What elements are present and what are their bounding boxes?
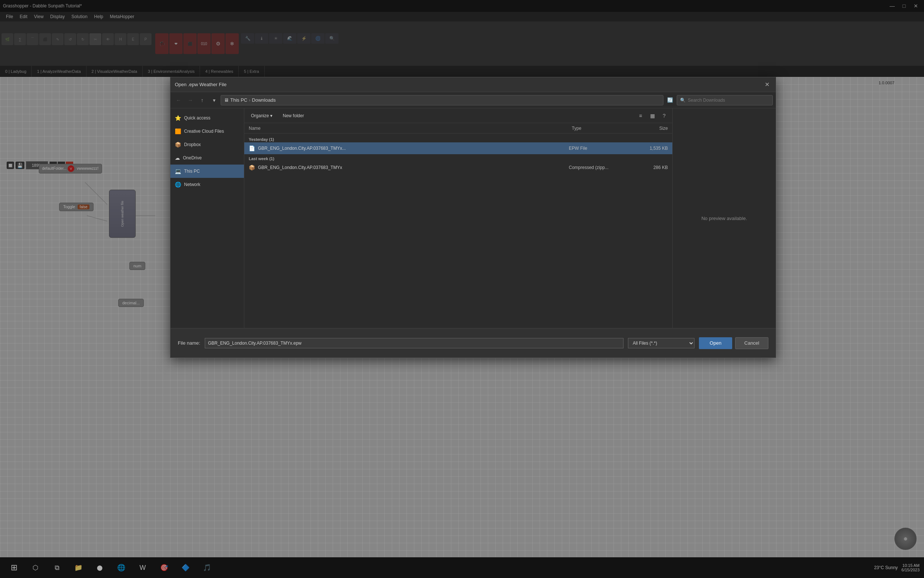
creative-cloud-icon: 🟧 (175, 128, 181, 134)
sidebar-item-dropbox[interactable]: 📦 Dropbox (170, 138, 244, 151)
section-yesterday: Yesterday (1) (244, 135, 672, 142)
file-list-area: Organize ▾ New folder ≡ ▦ ? Name Type Si… (244, 108, 672, 328)
preview-panel: No preview available. (672, 108, 776, 328)
col-header-size[interactable]: Size (631, 126, 668, 131)
no-preview-text: No preview available. (702, 216, 747, 221)
view-controls: ≡ ▦ ? (635, 110, 669, 121)
refresh-button[interactable]: 🔄 (665, 95, 675, 106)
col-header-name[interactable]: Name (249, 126, 572, 131)
dialog-body: ⭐ Quick access 🟧 Creative Cloud Files 📦 … (170, 108, 776, 328)
file-icon-epw: 📄 (249, 145, 255, 151)
sidebar-item-this-pc[interactable]: 💻 This PC (170, 164, 244, 178)
file-row[interactable]: 📄 GBR_ENG_London.City.AP.037683_TMYx... … (244, 142, 672, 154)
breadcrumb-separator: › (249, 97, 250, 103)
sidebar-item-network[interactable]: 🌐 Network (170, 178, 244, 191)
sidebar-label-quick-access: Quick access (184, 115, 210, 120)
breadcrumb-downloads[interactable]: Downloads (252, 97, 276, 103)
nav-forward-button[interactable]: → (185, 95, 196, 106)
dialog-bottombar: File name: All Files (*.*) Open Cancel (170, 328, 776, 357)
file-size-lastweek: 286 KB (631, 165, 668, 170)
sidebar-item-quick-access[interactable]: ⭐ Quick access (170, 111, 244, 125)
file-row[interactable]: 📦 GBR_ENG_London.City.AP.037683_TMYx Com… (244, 162, 672, 174)
breadcrumb-bar[interactable]: 🖥 This PC › Downloads (221, 95, 663, 106)
column-headers: Name Type Size (244, 123, 672, 133)
sidebar-item-creative-cloud[interactable]: 🟧 Creative Cloud Files (170, 125, 244, 138)
sidebar-label-network: Network (184, 182, 200, 187)
onedrive-icon: ☁ (175, 155, 180, 161)
file-type-yesterday: EPW File (569, 146, 628, 151)
filename-label: File name: (178, 340, 200, 346)
file-size-yesterday: 1,535 KB (631, 146, 668, 151)
dropbox-icon: 📦 (175, 142, 181, 148)
list-view-button[interactable]: ≡ (635, 110, 646, 121)
help-button[interactable]: ? (659, 110, 669, 121)
organize-button[interactable]: Organize ▾ (247, 112, 276, 120)
breadcrumb-icon: 🖥 (224, 97, 229, 103)
sidebar-label-onedrive: OneDrive (183, 155, 202, 161)
dialog-close-button[interactable]: ✕ (762, 80, 771, 89)
sidebar-label-this-pc: This PC (184, 169, 200, 174)
details-view-button[interactable]: ▦ (647, 110, 657, 121)
file-type-lastweek: Compressed (zipp... (569, 165, 628, 170)
col-header-type[interactable]: Type (572, 126, 631, 131)
file-entries: Yesterday (1) 📄 GBR_ENG_London.City.AP.0… (244, 133, 672, 328)
nav-back-button[interactable]: ← (173, 95, 184, 106)
dialog-sidebar: ⭐ Quick access 🟧 Creative Cloud Files 📦 … (170, 108, 244, 328)
dialog-titlebar: Open .epw Weather File ✕ (170, 77, 776, 92)
file-name-lastweek: GBR_ENG_London.City.AP.037683_TMYx (258, 165, 566, 170)
nav-recent-button[interactable]: ▾ (209, 95, 219, 106)
network-icon: 🌐 (175, 182, 181, 187)
dialog-actions: Open Cancel (699, 337, 769, 349)
quick-access-icon: ⭐ (175, 115, 181, 121)
search-icon: 🔍 (680, 97, 686, 103)
new-folder-button[interactable]: New folder (279, 112, 307, 120)
sidebar-label-dropbox: Dropbox (184, 142, 201, 147)
section-last-week: Last week (1) (244, 154, 672, 162)
file-icon-zip: 📦 (249, 164, 255, 170)
filetype-select[interactable]: All Files (*.*) (628, 338, 694, 348)
search-bar: 🔍 (677, 95, 773, 106)
file-name-yesterday: GBR_ENG_London.City.AP.037683_TMYx... (258, 146, 566, 151)
dialog-title: Open .epw Weather File (175, 82, 227, 87)
dialog-nav-toolbar: ← → ↑ ▾ 🖥 This PC › Downloads 🔄 🔍 (170, 92, 776, 108)
filelist-toolbar: Organize ▾ New folder ≡ ▦ ? (244, 108, 672, 123)
open-button[interactable]: Open (699, 337, 732, 349)
this-pc-icon: 💻 (175, 168, 181, 174)
sidebar-item-onedrive[interactable]: ☁ OneDrive (170, 151, 244, 164)
cancel-button[interactable]: Cancel (735, 337, 769, 349)
sidebar-label-creative-cloud: Creative Cloud Files (184, 129, 224, 134)
nav-up-button[interactable]: ↑ (197, 95, 207, 106)
breadcrumb-this-pc[interactable]: This PC (230, 97, 247, 103)
file-dialog: Open .epw Weather File ✕ ← → ↑ ▾ 🖥 This … (170, 77, 776, 358)
search-input[interactable] (688, 97, 770, 103)
filename-input[interactable] (205, 338, 623, 348)
